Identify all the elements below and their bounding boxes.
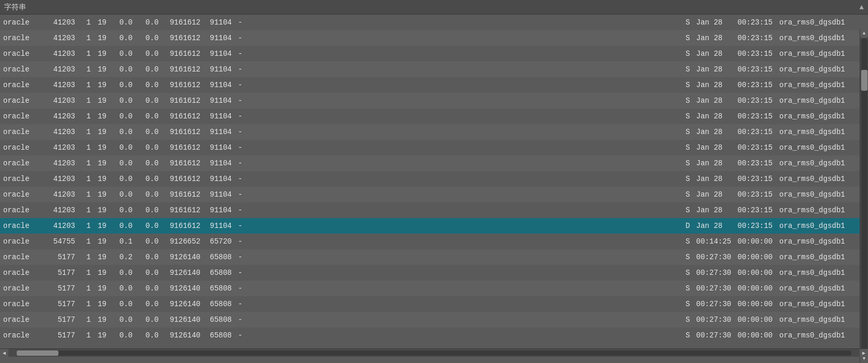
table-row[interactable]: oracle 5177 1 19 0.0 0.0 9126140 65808 -…	[0, 281, 860, 296]
cell-c3: 0.0	[110, 124, 136, 140]
cell-c2: 19	[94, 312, 110, 328]
cell-date: Jan 28	[693, 155, 734, 171]
cell-c2: 19	[94, 140, 110, 155]
cell-time: 00:00:00	[734, 328, 776, 343]
cell-spacer	[245, 155, 682, 171]
cell-user: oracle	[0, 328, 42, 343]
cell-status: S	[682, 140, 693, 155]
cell-c2: 19	[94, 155, 110, 171]
cell-c4: 0.0	[136, 202, 162, 218]
cell-c6: 65808	[204, 265, 235, 281]
vertical-scrollbar[interactable]: ▲ ▼	[860, 29, 868, 363]
cell-c6: 91104	[204, 155, 235, 171]
cell-c1: 1	[78, 265, 94, 281]
table-row[interactable]: oracle 41203 1 19 0.0 0.0 9161612 91104 …	[0, 171, 860, 187]
cell-spacer	[245, 46, 682, 62]
cell-c2: 19	[94, 218, 110, 234]
table-row[interactable]: oracle 5177 1 19 0.0 0.0 9126140 65808 -…	[0, 312, 860, 328]
table-row[interactable]: oracle 41203 1 19 0.0 0.0 9161612 91104 …	[0, 77, 860, 93]
cell-c4: 0.0	[136, 15, 162, 30]
scroll-up-arrow[interactable]: ▲	[860, 29, 869, 38]
cell-status: S	[682, 202, 693, 218]
cell-status: S	[682, 108, 693, 124]
cell-c1: 1	[78, 296, 94, 312]
data-table: oracle 41203 1 19 0.0 0.0 9161612 91104 …	[0, 15, 860, 343]
cell-c4: 0.0	[136, 281, 162, 296]
cell-user: oracle	[0, 296, 42, 312]
cell-dash: -	[235, 296, 245, 312]
cell-spacer	[245, 234, 682, 249]
table-row[interactable]: oracle 41203 1 19 0.0 0.0 9161612 91104 …	[0, 187, 860, 202]
table-row[interactable]: oracle 41203 1 19 0.0 0.0 9161612 91104 …	[0, 62, 860, 77]
cell-c6: 91104	[204, 62, 235, 77]
cell-status: D	[682, 218, 693, 234]
cell-process: ora_rms0_dgsdb1	[776, 93, 860, 108]
cell-date: 00:27:30	[693, 296, 734, 312]
table-row[interactable]: oracle 41203 1 19 0.0 0.0 9161612 91104 …	[0, 202, 860, 218]
cell-c1: 1	[78, 249, 94, 265]
cell-spacer	[245, 312, 682, 328]
table-row[interactable]: oracle 41203 1 19 0.0 0.0 9161612 91104 …	[0, 93, 860, 108]
cell-c3: 0.0	[110, 312, 136, 328]
scroll-track-vertical[interactable]	[861, 39, 867, 354]
cell-c4: 0.0	[136, 328, 162, 343]
cell-c6: 91104	[204, 30, 235, 46]
table-row[interactable]: oracle 41203 1 19 0.0 0.0 9161612 91104 …	[0, 46, 860, 62]
cell-time: 00:23:15	[734, 218, 776, 234]
cell-process: ora_rms0_dgsdb1	[776, 328, 860, 343]
table-row[interactable]: oracle 41203 1 19 0.0 0.0 9161612 91104 …	[0, 140, 860, 155]
cell-pid: 41203	[42, 62, 78, 77]
cell-time: 00:23:15	[734, 124, 776, 140]
scroll-left-arrow[interactable]: ◀	[0, 349, 8, 357]
cell-c4: 0.0	[136, 155, 162, 171]
cell-process: ora_rms0_dgsdb1	[776, 281, 860, 296]
table-row[interactable]: oracle 5177 1 19 0.0 0.0 9126140 65808 -…	[0, 265, 860, 281]
scroll-track-horizontal[interactable]	[17, 350, 851, 356]
table-row[interactable]: oracle 5177 1 19 0.2 0.0 9126140 65808 -…	[0, 249, 860, 265]
cell-user: oracle	[0, 140, 42, 155]
table-row[interactable]: oracle 41203 1 19 0.0 0.0 9161612 91104 …	[0, 155, 860, 171]
table-row[interactable]: oracle 41203 1 19 0.0 0.0 9161612 91104 …	[0, 218, 860, 234]
cell-pid: 54755	[42, 234, 78, 249]
cell-status: S	[682, 265, 693, 281]
cell-pid: 5177	[42, 296, 78, 312]
table-row[interactable]: oracle 41203 1 19 0.0 0.0 9161612 91104 …	[0, 30, 860, 46]
cell-c1: 1	[78, 218, 94, 234]
cell-c5: 9126140	[162, 281, 204, 296]
cell-c6: 65808	[204, 328, 235, 343]
cell-c2: 19	[94, 124, 110, 140]
scroll-thumb-horizontal[interactable]	[17, 350, 58, 356]
cell-c5: 9126140	[162, 296, 204, 312]
table-row[interactable]: oracle 41203 1 19 0.0 0.0 9161612 91104 …	[0, 124, 860, 140]
cell-c3: 0.1	[110, 234, 136, 249]
cell-user: oracle	[0, 124, 42, 140]
cell-c2: 19	[94, 15, 110, 30]
cell-process: ora_rms0_dgsdb1	[776, 234, 860, 249]
table-row[interactable]: oracle 5177 1 19 0.0 0.0 9126140 65808 -…	[0, 328, 860, 343]
cell-pid: 41203	[42, 218, 78, 234]
cell-dash: -	[235, 234, 245, 249]
cell-status: S	[682, 30, 693, 46]
scroll-right-arrow[interactable]: ▶	[860, 349, 868, 357]
cell-user: oracle	[0, 202, 42, 218]
cell-c5: 9161612	[162, 30, 204, 46]
scroll-up-indicator[interactable]: ▲	[860, 3, 864, 11]
table-row[interactable]: oracle 41203 1 19 0.0 0.0 9161612 91104 …	[0, 15, 860, 30]
table-row[interactable]: oracle 41203 1 19 0.0 0.0 9161612 91104 …	[0, 108, 860, 124]
cell-pid: 41203	[42, 108, 78, 124]
table-row[interactable]: oracle 54755 1 19 0.1 0.0 9126652 65720 …	[0, 234, 860, 249]
cell-c1: 1	[78, 234, 94, 249]
cell-date: Jan 28	[693, 15, 734, 30]
cell-c1: 1	[78, 140, 94, 155]
cell-c4: 0.0	[136, 62, 162, 77]
horizontal-scrollbar[interactable]: ◀ ▶	[0, 348, 868, 357]
scroll-thumb-vertical[interactable]	[861, 70, 867, 91]
table-row[interactable]: oracle 5177 1 19 0.0 0.0 9126140 65808 -…	[0, 296, 860, 312]
cell-user: oracle	[0, 187, 42, 202]
cell-pid: 41203	[42, 202, 78, 218]
cell-pid: 5177	[42, 281, 78, 296]
cell-spacer	[245, 296, 682, 312]
cell-c1: 1	[78, 124, 94, 140]
cell-c2: 19	[94, 328, 110, 343]
cell-date: 00:14:25	[693, 234, 734, 249]
